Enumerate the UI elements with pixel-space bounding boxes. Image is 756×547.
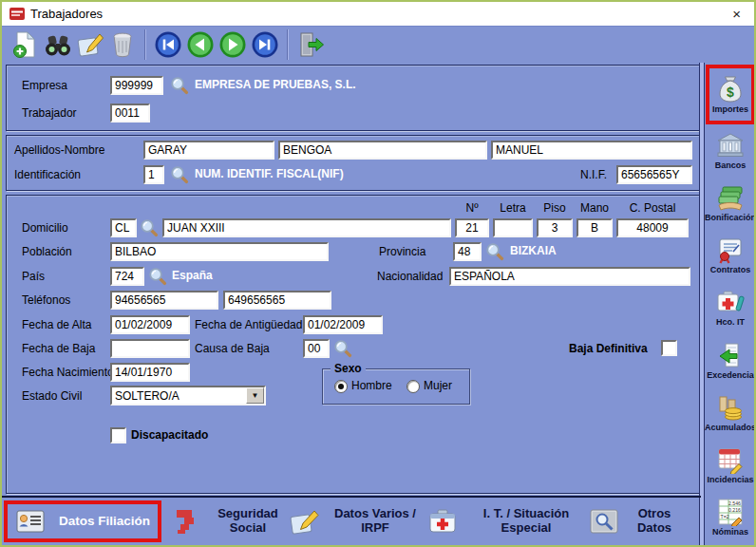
nacionalidad-input[interactable] [449,267,690,286]
sidebar-item-excedencia[interactable]: Excedencia [705,334,756,387]
telefono2-input[interactable] [223,291,331,310]
search-binoculars-button[interactable] [43,29,73,60]
nombre-input[interactable] [491,141,692,160]
baja-definitiva-checkbox[interactable] [661,340,677,356]
sidebar-item-bancos[interactable]: Bancos [705,124,756,177]
personal-data-panel: Nº Letra Piso Mano C. Postal Domicilio P… [6,195,701,494]
apellidos-label: Apellidos-Nombre [14,143,104,157]
fecha-baja-input[interactable] [110,339,190,358]
apellido2-input[interactable] [278,141,487,160]
via-input[interactable] [110,218,137,237]
sidebar: $ Importes Bancos Bonificación Contratos… [705,63,756,545]
poblacion-input[interactable] [110,242,329,261]
estado-civil-value: SOLTERO/A [112,389,246,403]
cpostal-input[interactable] [616,218,689,237]
estado-civil-label: Estado Civil [22,389,82,403]
svg-text:2.546: 2.546 [728,500,741,505]
first-aid-pen-icon [716,288,745,316]
discapacitado-checkbox[interactable] [110,427,126,443]
fecha-alta-input[interactable] [110,315,190,334]
fecha-baja-label: Fecha de Baja [22,342,95,355]
nif-label: N.I.F. [580,168,607,181]
empresa-input[interactable] [110,76,163,95]
sexo-hombre-radio[interactable] [334,380,348,393]
chevron-down-icon[interactable]: ▼ [246,387,264,404]
svg-text:$: $ [727,85,734,100]
close-button[interactable]: × [727,6,747,22]
sidebar-item-contratos[interactable]: Contratos [705,229,756,281]
trabajadores-window: Trabajadores × [0,0,756,547]
trabajador-input[interactable] [110,104,150,123]
title-bar: Trabajadores × [2,2,754,27]
causa-baja-lookup-icon[interactable] [333,339,352,358]
toolbar-separator [287,29,289,60]
sexo-mujer-radio[interactable] [406,380,420,393]
letra-input[interactable] [493,218,533,237]
coins-stack-icon [716,393,745,422]
tab-otros-datos[interactable]: Otros Datos [589,500,684,542]
pais-name-text: España [172,269,213,282]
fecha-antiguedad-label: Fecha de Antigüedad [195,318,302,331]
tab-seguridad-social[interactable]: Seguridad Social [173,500,287,542]
sidebar-item-acumulados[interactable]: Acumulados [705,387,756,439]
sexo-mujer-label: Mujer [424,379,452,392]
tab-it-situacion-especial[interactable]: I. T. / Situación Especial [427,500,589,542]
sidebar-item-incidencias[interactable]: Incidencias [705,439,756,491]
tab-datos-varios-irpf[interactable]: Datos Varios / IRPF [289,500,425,542]
tab-datos-filiacion[interactable]: Datos Filiación [4,500,161,542]
pais-lookup-icon[interactable] [148,267,167,286]
estado-civil-select[interactable]: SOLTERO/A ▼ [110,386,266,406]
sidebar-item-importes[interactable]: $ Importes [706,65,755,124]
sexo-hombre-label: Hombre [351,379,392,392]
toolbar-separator [144,29,146,60]
provincia-input[interactable] [453,242,482,261]
exit-button[interactable] [295,29,326,60]
causa-baja-label: Causa de Baja [195,342,270,355]
go-next-button[interactable] [217,29,248,60]
baja-definitiva-label: Baja Definitiva [569,342,648,355]
domicilio-label: Domicilio [22,221,68,235]
go-previous-button[interactable] [185,29,216,60]
certificate-seal-icon [716,236,745,264]
bottom-nav-bar: Datos Filiación Seguridad Social Datos V… [2,496,701,547]
id-card-icon [15,507,46,536]
empresa-lookup-icon[interactable] [170,76,189,95]
telefonos-label: Teléfonos [22,293,70,307]
nif-input[interactable] [616,165,692,184]
new-record-button[interactable] [10,29,41,60]
sidebar-item-bonificacion[interactable]: Bonificación [705,177,756,229]
apellido1-input[interactable] [143,141,274,160]
calendar-pencil-icon [716,445,745,474]
delete-record-button[interactable] [107,29,138,60]
pais-input[interactable] [110,267,144,286]
go-last-button[interactable] [250,29,280,60]
magnifier-button-icon [589,507,619,536]
document-back-arrow-icon [716,341,745,369]
identificacion-lookup-icon[interactable] [170,165,189,184]
provincia-lookup-icon[interactable] [485,242,504,261]
sidebar-item-hco-it[interactable]: Hco. IT [705,281,756,333]
fecha-nacimiento-input[interactable] [110,363,190,382]
sexo-group: Sexo Hombre Mujer [322,368,470,405]
pais-label: País [22,270,45,283]
calle-input[interactable] [162,218,451,237]
edit-record-button[interactable] [75,29,105,60]
bank-icon [716,131,745,160]
go-first-button[interactable] [153,29,183,60]
numero-input[interactable] [455,218,489,237]
identificacion-desc-text: NUM. IDENTIF. FISCAL(NIF) [195,167,344,180]
telefono1-input[interactable] [110,291,218,310]
seguridad-social-logo-icon [173,506,203,537]
identity-panel: Apellidos-Nombre Identificación NUM. IDE… [6,135,701,191]
fecha-antiguedad-input[interactable] [303,315,383,334]
via-lookup-icon[interactable] [140,218,159,237]
first-aid-kit-icon [427,506,458,537]
identificacion-input[interactable] [143,165,164,184]
mano-input[interactable] [576,218,613,237]
causa-baja-input[interactable] [303,339,330,358]
provincia-name-text: BIZKAIA [510,244,557,257]
clipboard-pencil-icon [289,506,319,537]
sidebar-item-nominas[interactable]: 2.5460.216T=2 Nóminas [705,491,756,543]
sexo-label: Sexo [331,362,366,375]
piso-input[interactable] [537,218,573,237]
